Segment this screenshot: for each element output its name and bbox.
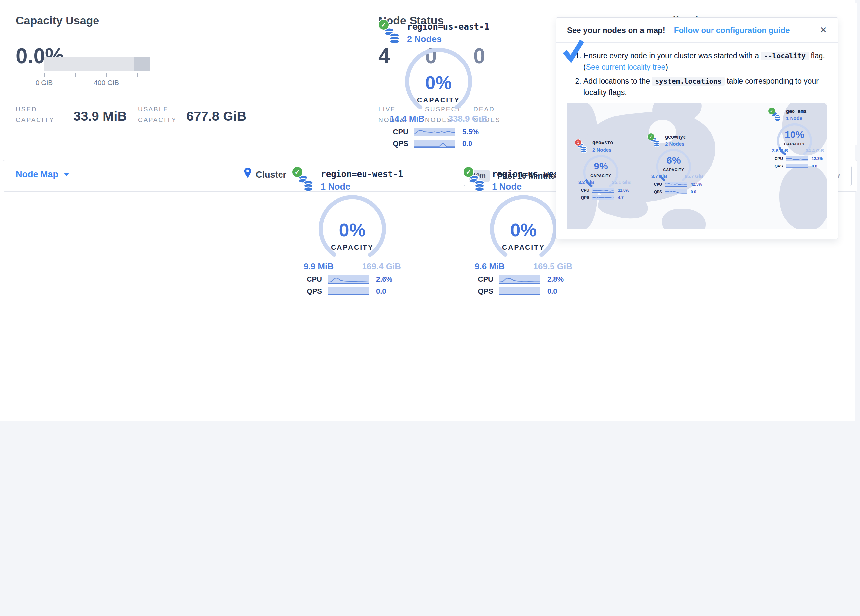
axis-tick [75, 73, 76, 77]
cpu-value: 11.0% [618, 188, 629, 193]
map-land-shape [662, 208, 706, 229]
used-capacity: 9.6 MiB [475, 261, 505, 271]
capacity-percent: 0% [314, 219, 390, 241]
capacity-percent: 10% [775, 129, 814, 140]
usable-capacity-label: USABLE CAPACITY [138, 103, 177, 125]
qps-value: 0.0 [691, 190, 696, 194]
map-land-shape [779, 166, 827, 229]
cpu-label: CPU [579, 188, 592, 193]
total-capacity: 169.4 GiB [362, 261, 401, 271]
used-capacity-value: 33.9 MiB [74, 109, 127, 124]
cpu-metric-row: CPU 5.5% [389, 128, 496, 136]
qps-label: QPS [773, 164, 786, 168]
close-icon[interactable]: ✕ [820, 25, 827, 35]
qps-value: 0.0 [376, 287, 386, 296]
breadcrumb-cluster[interactable]: Cluster [256, 170, 286, 180]
step-text: Ensure every node in your cluster was st… [584, 51, 761, 60]
healthy-check-icon [378, 19, 389, 30]
cpu-sparkline [328, 275, 369, 284]
code-snippet: system.locations [652, 77, 724, 86]
cpu-value: 5.5% [462, 128, 479, 136]
used-capacity: 9.9 MiB [304, 261, 334, 271]
cpu-metric-row: CPU 2.8% [474, 275, 581, 284]
cluster-overview-page: Capacity Usage 0.0% 0 GiB 400 GiB USED C… [0, 0, 860, 616]
healthy-check-icon [292, 166, 303, 178]
node-region-group-us-east-1[interactable]: region=us-east-1 2 Nodes 0% CAPACITY 14.… [376, 19, 501, 152]
blue-check-icon [561, 38, 585, 63]
setup-steps-list: Ensure every node in your cluster was st… [571, 50, 829, 98]
node-region-group-eu-west-1[interactable]: region=eu-west-1 1 Node 0% CAPACITY 9.9 … [290, 166, 415, 299]
node-locality-group-nyc: geo=nyc 2 Nodes 6% CAPACITY 3.7 GiB 65.7… [647, 133, 710, 196]
capacity-gauge: 0% CAPACITY [314, 191, 390, 257]
qps-label: QPS [652, 190, 665, 194]
node-locality-group-ams: geo=ams 1 Node 10% CAPACITY 3.6 GiB 34.4… [768, 107, 827, 170]
view-mode-label: Node Map [16, 169, 58, 180]
qps-metric-row: QPS 0.0 [303, 287, 410, 296]
cpu-value: 42.5% [691, 182, 702, 187]
used-capacity: 3.7 GiB [651, 174, 667, 179]
capacity-label: CAPACITY [775, 142, 814, 146]
location-pin-icon [244, 168, 251, 178]
healthy-check-icon [768, 107, 775, 114]
qps-metric-row: QPS 0.0 [652, 189, 708, 194]
used-capacity-label: USED CAPACITY [16, 103, 55, 125]
qps-metric-row: QPS 4.7 [579, 195, 635, 200]
total-capacity: 338.9 GiB [448, 114, 487, 124]
map-setup-tooltip: See your nodes on a map! Follow our conf… [556, 17, 838, 239]
node-count: 2 Nodes [592, 147, 611, 153]
capacity-label: CAPACITY [314, 243, 390, 251]
qps-value: 4.7 [618, 196, 624, 200]
capacity-gauge: 0% CAPACITY [486, 191, 561, 257]
qps-sparkline [328, 287, 369, 296]
node-count-link[interactable]: 2 Nodes [407, 34, 441, 44]
setup-step: Ensure every node in your cluster was st… [584, 50, 829, 73]
cpu-value: 12.3% [811, 156, 823, 161]
total-capacity: 35.1 GiB [612, 180, 631, 185]
capacity-label: CAPACITY [654, 168, 694, 172]
warning-count-badge: 1 [574, 139, 582, 146]
step-text: ) [665, 63, 668, 71]
cpu-sparkline [786, 156, 808, 161]
tooltip-header: See your nodes on a map! Follow our conf… [556, 18, 838, 43]
capacity-gauge: 0% CAPACITY [401, 44, 476, 109]
cpu-metric-row: CPU 2.6% [303, 275, 410, 284]
locality-label: geo=ams [786, 108, 807, 114]
cpu-value: 2.8% [547, 275, 564, 284]
qps-value: 0.0 [811, 164, 817, 168]
qps-metric-row: QPS 0.0 [389, 140, 496, 148]
capacity-bar-other-segment [134, 57, 150, 71]
region-label: region=us-east-1 [407, 22, 489, 31]
setup-step: Add locations to the system.locations ta… [584, 75, 829, 98]
used-capacity: 3.6 GiB [772, 148, 788, 154]
database-icon [384, 27, 400, 45]
cpu-sparkline [499, 275, 540, 284]
cpu-label: CPU [474, 275, 499, 284]
chevron-down-icon [64, 173, 69, 176]
qps-sparkline [592, 195, 614, 200]
axis-tick-label: 400 GiB [86, 78, 126, 86]
used-capacity: 14.4 MiB [390, 114, 425, 124]
locality-tree-link[interactable]: See current locality tree [586, 63, 666, 71]
qps-sparkline [665, 189, 687, 194]
axis-tick [106, 73, 107, 77]
configuration-guide-link[interactable]: Follow our configuration guide [674, 26, 790, 35]
step-text: Add locations to the [584, 77, 652, 85]
used-capacity: 3.2 GiB [579, 180, 594, 185]
total-capacity: 169.5 GiB [533, 261, 572, 271]
code-snippet: --locality [761, 52, 808, 60]
cpu-label: CPU [773, 156, 786, 161]
node-count-link[interactable]: 1 Node [492, 182, 521, 192]
qps-sparkline [414, 140, 455, 148]
cpu-sparkline [414, 128, 455, 136]
view-mode-dropdown[interactable]: Node Map [16, 169, 69, 180]
qps-label: QPS [474, 287, 499, 296]
qps-value: 0.0 [462, 140, 472, 148]
axis-tick [137, 73, 138, 77]
cpu-label: CPU [389, 128, 414, 136]
capacity-percent: 0% [486, 219, 561, 241]
qps-metric-row: QPS 0.0 [773, 163, 827, 168]
qps-label: QPS [389, 140, 414, 148]
node-count-link[interactable]: 1 Node [321, 182, 350, 192]
node-locality-group-sfo: 1 geo=sfo 2 Nodes 9% CAPACITY [574, 139, 637, 201]
capacity-percent: 9% [581, 161, 621, 172]
